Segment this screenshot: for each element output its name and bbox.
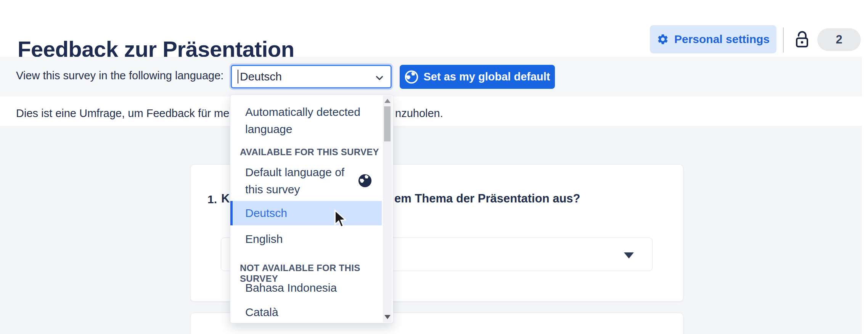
menu-item-deutsch-selected[interactable]: Deutsch [230,201,382,225]
menu-item-auto-detect[interactable]: Automatically detected language [230,103,382,138]
language-bar-label: View this survey in the following langua… [16,69,223,82]
scroll-down-arrow-icon[interactable] [384,315,391,319]
status-badge[interactable]: 2 [817,28,861,51]
unlocked-padlock-icon [793,28,812,51]
menu-item-catala[interactable]: Català [230,303,382,321]
badge-count: 2 [836,33,842,47]
language-dropdown-menu: Automatically detected language AVAILABL… [230,95,393,323]
personal-settings-button[interactable]: Personal settings [650,25,776,53]
question-text-fragment-left: K [221,192,230,206]
set-global-default-button[interactable]: Set as my global default [400,65,555,89]
header-actions: Personal settings [650,25,776,53]
survey-description-fragment-left: Dies ist eine Umfrage, um Feedback für m… [16,107,238,120]
set-global-default-label: Set as my global default [424,71,550,83]
globe-icon [358,173,372,188]
survey-body: 1. K em Thema der Präsentation aus? [0,126,862,334]
question-text-fragment-right: em Thema der Präsentation aus? [394,192,580,206]
scrollbar-thumb[interactable] [384,106,391,141]
text-cursor [238,70,238,84]
chevron-down-icon [374,72,385,84]
header-divider [783,27,784,53]
menu-item-english[interactable]: English [230,230,382,247]
menu-item-default-language[interactable]: Default language of this survey [230,164,356,198]
language-bar: View this survey in the following langua… [0,57,862,96]
language-select-value: Deutsch [240,70,282,83]
survey-page: Feedback zur Präsentation Personal setti… [0,0,868,334]
caret-down-icon [624,252,634,259]
menu-item-bahasa[interactable]: Bahasa Indonesia [230,279,382,296]
globe-icon [405,70,418,84]
gear-icon [657,33,669,45]
dropdown-scrollbar[interactable] [383,95,392,323]
menu-item-label: Deutsch [233,207,287,220]
personal-settings-label: Personal settings [674,33,770,46]
section-header-available: AVAILABLE FOR THIS SURVEY [240,147,379,157]
scroll-up-arrow-icon[interactable] [384,99,391,103]
question-number: 1. [207,193,217,206]
survey-description-fragment-right: nzuholen. [395,107,443,120]
language-select[interactable]: Deutsch [231,65,392,88]
